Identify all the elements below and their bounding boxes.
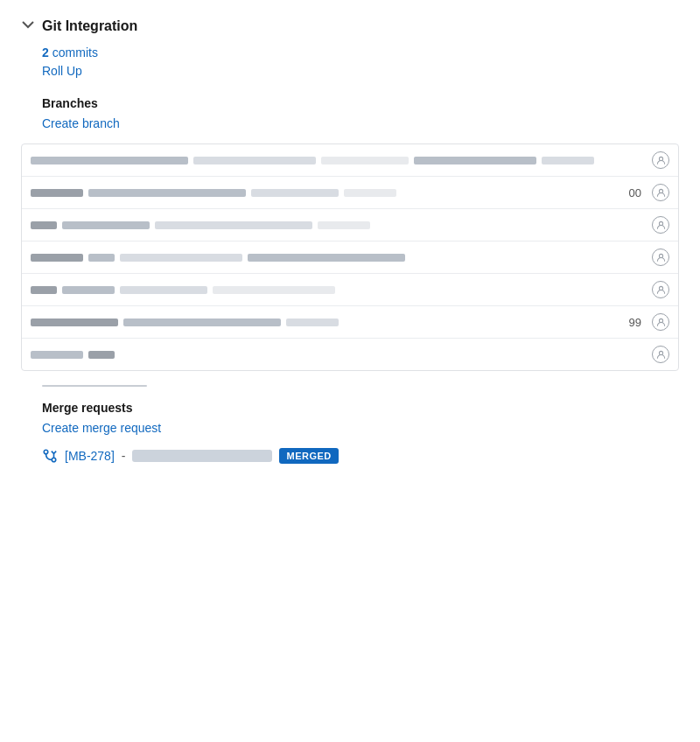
blur-block xyxy=(318,221,370,229)
branch-row xyxy=(22,274,678,306)
commits-link[interactable]: commits xyxy=(52,46,98,60)
blur-block xyxy=(542,157,594,164)
commits-line: 2 commits xyxy=(21,46,679,60)
row-end xyxy=(652,248,669,266)
user-icon xyxy=(652,151,669,169)
blur-block xyxy=(248,254,405,262)
row-end xyxy=(652,346,669,363)
svg-point-3 xyxy=(659,254,662,257)
svg-point-2 xyxy=(659,221,662,225)
row-end xyxy=(652,281,669,298)
blur-block xyxy=(62,286,115,294)
svg-point-7 xyxy=(44,450,48,454)
create-merge-request-link[interactable]: Create merge request xyxy=(42,421,161,435)
merge-request-item: [MB-278] - MERGED xyxy=(21,448,679,464)
user-icon xyxy=(652,216,669,234)
blur-block xyxy=(414,157,536,164)
svg-point-6 xyxy=(659,351,662,354)
blur-block xyxy=(155,221,312,229)
mr-id[interactable]: [MB-278] xyxy=(65,449,115,463)
blur-block xyxy=(120,254,242,262)
branch-row xyxy=(22,242,678,274)
rollup-link[interactable]: Roll Up xyxy=(42,64,82,78)
create-branch-link[interactable]: Create branch xyxy=(42,116,120,130)
row-number: 99 xyxy=(629,316,641,329)
blur-block xyxy=(31,189,83,197)
merged-badge: MERGED xyxy=(279,448,338,464)
blur-block xyxy=(344,189,396,197)
section-divider xyxy=(42,385,147,387)
row-end: 00 xyxy=(629,184,669,201)
section-title: Git Integration xyxy=(42,18,137,34)
branch-row: 00 xyxy=(22,177,678,209)
blur-block xyxy=(31,318,118,326)
rollup-line: Roll Up xyxy=(21,63,679,79)
blur-block xyxy=(321,157,409,164)
blur-block xyxy=(120,286,207,294)
merge-requests-title: Merge requests xyxy=(21,401,679,415)
create-merge-line: Create merge request xyxy=(21,420,679,436)
blur-block xyxy=(31,351,83,359)
git-integration-header: Git Integration xyxy=(21,18,679,35)
row-end xyxy=(652,151,669,169)
user-icon xyxy=(652,248,669,266)
row-end: 99 xyxy=(629,313,669,331)
mr-dash: - xyxy=(122,449,126,463)
user-icon xyxy=(652,184,669,201)
blur-block xyxy=(123,318,281,326)
blur-block xyxy=(88,254,115,262)
row-number: 00 xyxy=(629,186,641,200)
svg-point-8 xyxy=(52,458,56,462)
branch-list: 00 xyxy=(21,144,679,371)
branch-row xyxy=(22,209,678,242)
chevron-down-icon[interactable] xyxy=(21,18,35,35)
commits-count: 2 xyxy=(42,46,49,60)
blur-block xyxy=(286,318,339,326)
blur-block xyxy=(31,157,188,164)
branches-title: Branches xyxy=(21,96,679,110)
merge-request-icon xyxy=(42,448,58,464)
blur-block xyxy=(88,351,115,359)
branch-row xyxy=(22,339,678,370)
blur-block xyxy=(88,189,246,197)
branch-row: 99 xyxy=(22,306,678,339)
user-icon xyxy=(652,346,669,363)
blur-block xyxy=(193,157,316,164)
blur-block xyxy=(31,286,57,294)
svg-point-4 xyxy=(659,286,662,290)
user-icon xyxy=(652,313,669,331)
blur-block xyxy=(31,254,83,262)
create-branch-line: Create branch xyxy=(21,116,679,131)
blur-block xyxy=(31,221,57,229)
row-end xyxy=(652,216,669,234)
svg-point-1 xyxy=(659,189,662,192)
blur-block xyxy=(213,286,335,294)
branch-row xyxy=(22,144,678,177)
blur-block xyxy=(251,189,339,197)
blur-block xyxy=(62,221,150,229)
user-icon xyxy=(652,281,669,298)
svg-point-5 xyxy=(659,318,662,322)
svg-point-0 xyxy=(659,157,662,160)
mr-title-blur xyxy=(132,450,272,462)
